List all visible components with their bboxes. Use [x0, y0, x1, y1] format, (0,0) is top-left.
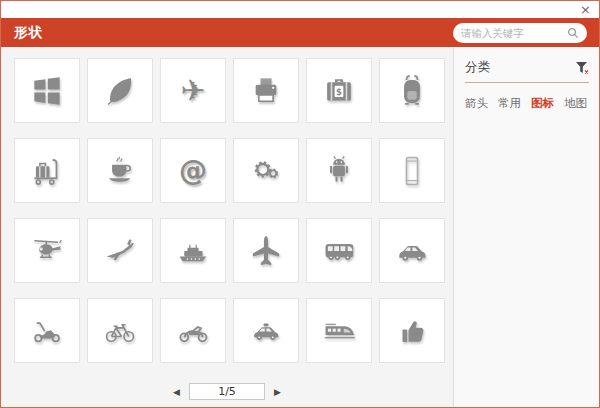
filter-clear-icon[interactable] [575, 61, 589, 75]
page-title: 形状 [14, 24, 43, 42]
shape-tile-cruise-ship[interactable] [160, 218, 226, 283]
shape-tile-coffee-cup[interactable] [87, 138, 153, 203]
shape-tile-motorcycle[interactable] [160, 298, 226, 363]
shape-tile-scooter[interactable] [14, 298, 80, 363]
search-input[interactable] [461, 27, 567, 39]
backpack-icon [393, 72, 431, 110]
search-box[interactable] [453, 23, 587, 43]
shape-tile-airplane-top-view[interactable] [233, 218, 299, 283]
category-heading: 分类 [465, 59, 490, 76]
shape-grid: ✈ $ [14, 58, 445, 363]
dialog-body: ✈ $ [1, 47, 599, 407]
motorcycle-icon [174, 312, 212, 350]
shape-tile-gears[interactable] [233, 138, 299, 203]
taxi-icon [247, 312, 285, 350]
category-icons[interactable]: 图标 [531, 96, 554, 111]
category-maps[interactable]: 地图 [564, 96, 587, 111]
suv-car-icon [393, 232, 431, 270]
briefcase-dollar-icon: $ [320, 72, 358, 110]
shape-tile-printer[interactable] [233, 58, 299, 123]
windows-logo-icon [28, 72, 66, 110]
shape-tile-luggage-cart[interactable] [14, 138, 80, 203]
thumbs-up-icon [393, 312, 431, 350]
shape-tile-helicopter[interactable] [14, 218, 80, 283]
shape-tile-high-speed-train[interactable] [306, 298, 372, 363]
category-divider [465, 82, 589, 83]
shape-tile-airplane[interactable]: ✈ [160, 58, 226, 123]
shape-tile-android-robot[interactable] [306, 138, 372, 203]
search-icon [567, 27, 579, 39]
luggage-cart-icon [28, 152, 66, 190]
leaf-icon [101, 72, 139, 110]
gears-icon [247, 152, 285, 190]
helicopter-icon [28, 232, 66, 270]
bicycle-icon [101, 312, 139, 350]
next-page-icon[interactable]: ▶ [274, 387, 281, 397]
printer-icon [247, 72, 285, 110]
category-sidebar: 分类 箭头 常用 图标 地图 [453, 47, 599, 407]
category-list: 箭头 常用 图标 地图 [465, 96, 589, 111]
prev-page-icon[interactable]: ◀ [173, 387, 180, 397]
shape-tile-suv-car[interactable] [379, 218, 445, 283]
cruise-ship-icon [174, 232, 212, 270]
shape-tile-bicycle[interactable] [87, 298, 153, 363]
title-bar: × [1, 1, 599, 18]
at-symbol-icon: @ [179, 157, 207, 185]
shape-tile-backpack[interactable] [379, 58, 445, 123]
shape-tile-at-symbol[interactable]: @ [160, 138, 226, 203]
category-common[interactable]: 常用 [498, 96, 521, 111]
shape-tile-private-jet[interactable] [87, 218, 153, 283]
page-indicator[interactable]: 1/5 [189, 383, 265, 400]
bus-icon [320, 232, 358, 270]
shape-tile-taxi[interactable] [233, 298, 299, 363]
shape-tile-briefcase-dollar[interactable]: $ [306, 58, 372, 123]
coffee-cup-icon [101, 152, 139, 190]
dialog-header: 形状 [1, 18, 599, 47]
scooter-icon [28, 312, 66, 350]
airplane-icon: ✈ [180, 76, 205, 106]
shapes-dialog: × 形状 ✈ [0, 0, 600, 408]
smartphone-icon [393, 152, 431, 190]
private-jet-icon [101, 232, 139, 270]
svg-text:$: $ [336, 86, 342, 96]
shape-tile-thumbs-up[interactable] [379, 298, 445, 363]
high-speed-train-icon [320, 312, 358, 350]
shape-tile-windows-logo[interactable] [14, 58, 80, 123]
airplane-top-view-icon [247, 232, 285, 270]
android-robot-icon [320, 152, 358, 190]
pagination: ◀ 1/5 ▶ [1, 383, 453, 400]
close-icon[interactable]: × [580, 1, 591, 18]
shape-tile-leaf[interactable] [87, 58, 153, 123]
shape-tile-bus[interactable] [306, 218, 372, 283]
shape-tile-smartphone[interactable] [379, 138, 445, 203]
category-arrows[interactable]: 箭头 [465, 96, 488, 111]
